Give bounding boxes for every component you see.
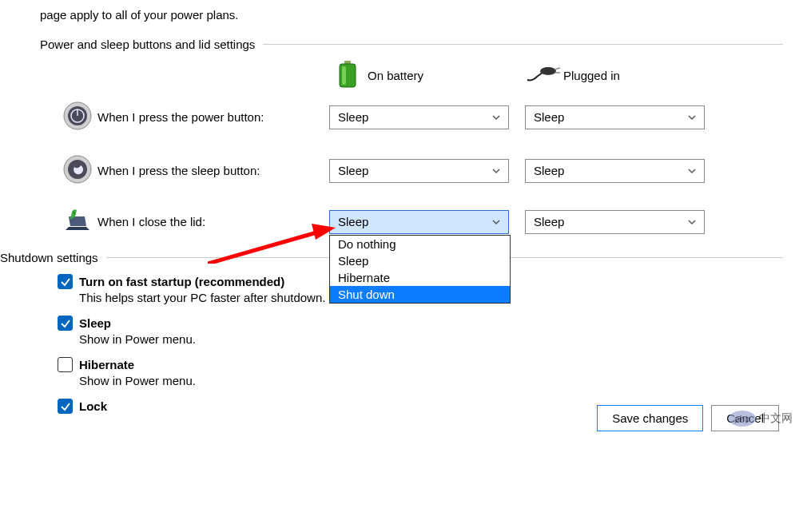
power-button-icon [63, 101, 92, 133]
shutdown-hibernate: Hibernate Show in Power menu. [40, 357, 783, 387]
row-lid: When I close the lid: Sleep Do nothing S… [40, 208, 783, 235]
row-power-button: When I press the power button: Sleep Sle… [40, 101, 783, 133]
svg-line-4 [555, 68, 560, 69]
row-sleep-button: When I press the sleep button: Sleep Sle… [40, 155, 783, 186]
laptop-lid-icon [62, 208, 93, 235]
chevron-down-icon [688, 113, 696, 121]
sleep-desc: Show in Power menu. [58, 332, 783, 346]
col-plugged-in: Plugged in [523, 61, 719, 90]
lid-battery-dropdown[interactable]: Do nothing Sleep Hibernate Shut down [329, 235, 511, 304]
col-on-battery: On battery [328, 61, 523, 90]
chevron-down-icon [688, 167, 696, 175]
section-power-sleep-header: Power and sleep buttons and lid settings [40, 38, 783, 51]
save-changes-button[interactable]: Save changes [597, 405, 703, 431]
intro-text: page apply to all of your power plans. [40, 8, 783, 22]
chevron-down-icon [492, 167, 500, 175]
chevron-down-icon [688, 218, 696, 226]
chevron-down-icon [492, 218, 500, 226]
hibernate-label: Hibernate [79, 358, 134, 371]
col-on-battery-label: On battery [368, 69, 423, 82]
fast-startup-checkbox[interactable] [58, 274, 73, 289]
lock-label: Lock [79, 399, 107, 413]
dropdown-option-shut-down[interactable]: Shut down [330, 286, 510, 303]
divider [263, 44, 783, 45]
fast-startup-label: Turn on fast startup (recommended) [79, 275, 284, 288]
chevron-down-icon [492, 113, 500, 121]
hibernate-checkbox[interactable] [58, 357, 73, 372]
watermark: php 中文网 [729, 411, 793, 427]
power-button-label: When I press the power button: [97, 110, 329, 124]
section-power-sleep-title: Power and sleep buttons and lid settings [40, 38, 263, 51]
sleep-button-label: When I press the sleep button: [97, 164, 329, 177]
svg-rect-2 [342, 66, 346, 85]
svg-point-3 [540, 67, 556, 75]
column-headers: On battery Plugged in [40, 61, 783, 90]
php-logo: php [729, 411, 756, 427]
dropdown-option-do-nothing[interactable]: Do nothing [330, 236, 510, 252]
select-sleep-button-battery[interactable]: Sleep [329, 159, 509, 183]
battery-icon [339, 61, 356, 90]
section-shutdown-title: Shutdown settings [0, 251, 106, 264]
select-lid-battery[interactable]: Sleep Do nothing Sleep Hibernate Shut do… [329, 210, 509, 234]
watermark-text: 中文网 [759, 411, 793, 426]
col-plugged-in-label: Plugged in [563, 69, 620, 82]
lock-checkbox[interactable] [58, 399, 73, 414]
dropdown-option-hibernate[interactable]: Hibernate [330, 269, 510, 286]
hibernate-desc: Show in Power menu. [58, 374, 783, 387]
sleep-checkbox[interactable] [58, 316, 73, 331]
select-lid-plugged[interactable]: Sleep [525, 210, 705, 234]
select-power-button-battery[interactable]: Sleep [329, 105, 509, 129]
dropdown-option-sleep[interactable]: Sleep [330, 252, 510, 269]
select-power-button-plugged[interactable]: Sleep [525, 105, 705, 129]
select-sleep-button-plugged[interactable]: Sleep [525, 159, 705, 183]
lid-label: When I close the lid: [97, 215, 329, 228]
sleep-button-icon [63, 155, 92, 186]
shutdown-sleep: Sleep Show in Power menu. [40, 316, 783, 346]
plug-icon [526, 66, 561, 85]
sleep-label: Sleep [79, 316, 111, 330]
